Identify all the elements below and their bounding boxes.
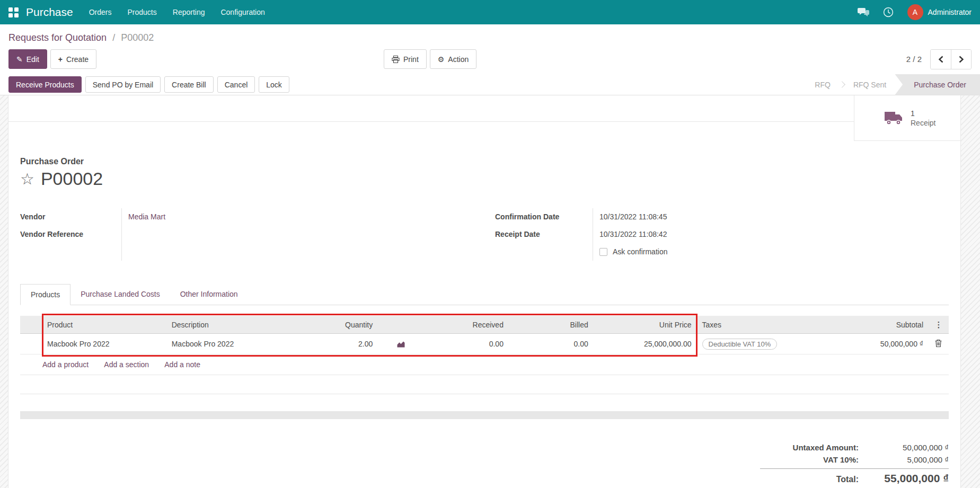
- cell-quantity[interactable]: 2.00: [297, 340, 378, 348]
- document-type-label: Purchase Order: [20, 157, 949, 166]
- confirmation-date-value[interactable]: 10/31/2022 11:08:45: [599, 208, 949, 226]
- button-box: 1 Receipt: [8, 95, 960, 141]
- ask-confirmation-label: Ask confirmation: [613, 243, 667, 261]
- vendor-reference-label: Vendor Reference: [20, 226, 121, 243]
- vendor-value-link[interactable]: Media Mart: [128, 212, 165, 221]
- column-header-description[interactable]: Description: [166, 316, 297, 333]
- receipt-stat-button[interactable]: 1 Receipt: [854, 95, 960, 141]
- gear-icon: ⚙: [438, 55, 445, 64]
- form-statusbar: Receive Products Send PO by Email Create…: [0, 74, 980, 95]
- user-name[interactable]: Administrator: [928, 8, 972, 16]
- cancel-button[interactable]: Cancel: [217, 76, 255, 93]
- create-button[interactable]: +Create: [50, 49, 96, 69]
- breadcrumb-separator: /: [112, 32, 115, 43]
- printer-icon: [392, 56, 400, 63]
- notebook-tabs: Products Purchase Landed Costs Other Inf…: [20, 284, 949, 305]
- pager-count: 2 / 2: [906, 55, 922, 64]
- cell-unit-price[interactable]: 25,000,000.00: [594, 340, 697, 348]
- nav-menu-reporting[interactable]: Reporting: [173, 8, 205, 16]
- column-header-billed[interactable]: Billed: [509, 316, 594, 333]
- send-po-by-email-button[interactable]: Send PO by Email: [85, 76, 161, 93]
- activities-clock-icon[interactable]: [883, 7, 894, 17]
- apps-menu-icon[interactable]: [8, 7, 19, 17]
- receipt-label: Receipt: [911, 118, 935, 128]
- column-header-received[interactable]: Received: [424, 316, 509, 333]
- plus-icon: +: [58, 55, 63, 64]
- handle-column-header: [20, 316, 42, 333]
- cell-received[interactable]: 0.00: [424, 340, 509, 348]
- add-line-row: Add a product Add a section Add a note: [20, 354, 949, 375]
- column-header-forecast: [378, 316, 424, 333]
- cell-product[interactable]: Macbook Pro 2022: [42, 340, 166, 348]
- action-button[interactable]: ⚙Action: [430, 49, 476, 69]
- delete-row-icon[interactable]: [934, 339, 942, 348]
- column-header-taxes[interactable]: Taxes: [697, 316, 827, 333]
- receipt-date-label: Receipt Date: [495, 226, 593, 243]
- optional-columns-icon[interactable]: ⋮: [934, 320, 942, 329]
- vat-label: VAT 10%:: [823, 455, 859, 464]
- section-separator-bar: [20, 411, 949, 419]
- messages-icon[interactable]: [858, 7, 869, 17]
- lock-button[interactable]: Lock: [259, 76, 289, 93]
- status-step-purchase-order[interactable]: Purchase Order: [895, 74, 980, 95]
- top-navbar: Purchase Orders Products Reporting Confi…: [0, 0, 980, 24]
- control-panel: Requests for Quotation / P00002 ✎Edit +C…: [0, 24, 980, 69]
- notebook-bottom-border: [20, 375, 949, 394]
- tab-products[interactable]: Products: [20, 284, 70, 305]
- table-row[interactable]: Macbook Pro 2022 Macbook Pro 2022 2.00 0…: [20, 334, 949, 354]
- page-title: P00002: [41, 168, 103, 189]
- user-avatar[interactable]: A: [907, 4, 923, 20]
- pager-previous-button[interactable]: [931, 50, 951, 69]
- right-field-group: Confirmation Date Receipt Date 10/31/202…: [484, 208, 949, 261]
- status-step-rfq[interactable]: RFQ: [806, 74, 839, 95]
- status-step-rfq-sent[interactable]: RFQ Sent: [845, 74, 895, 95]
- column-header-product[interactable]: Product: [42, 316, 166, 333]
- forecast-chart-icon[interactable]: [396, 340, 405, 348]
- column-header-subtotal[interactable]: Subtotal: [826, 316, 929, 333]
- vendor-label: Vendor: [20, 208, 121, 226]
- edit-button[interactable]: ✎Edit: [8, 49, 47, 69]
- cell-subtotal: 50,000,000 ₫: [826, 340, 929, 348]
- left-field-group: Vendor Vendor Reference Media Mart: [20, 208, 484, 261]
- column-header-unit-price[interactable]: Unit Price: [594, 316, 697, 333]
- add-a-product-link[interactable]: Add a product: [42, 360, 89, 369]
- pencil-icon: ✎: [16, 55, 23, 64]
- create-bill-button[interactable]: Create Bill: [164, 76, 214, 93]
- pager-next-button[interactable]: [951, 50, 971, 69]
- untaxed-amount-value: 50,000,000 ₫: [859, 443, 949, 452]
- app-name[interactable]: Purchase: [26, 6, 73, 19]
- receive-products-button[interactable]: Receive Products: [8, 76, 82, 93]
- cell-description[interactable]: Macbook Pro 2022: [166, 340, 297, 348]
- tax-tag[interactable]: Deductible VAT 10%: [702, 339, 778, 350]
- favorite-star-icon[interactable]: ☆: [20, 171, 34, 187]
- form-view-background: 1 Receipt Purchase Order ☆ P00002 Vendor…: [0, 95, 980, 488]
- nav-menu-products[interactable]: Products: [128, 8, 157, 16]
- ask-confirmation-checkbox[interactable]: [599, 248, 607, 256]
- breadcrumb-current: P00002: [121, 32, 154, 43]
- breadcrumb-parent[interactable]: Requests for Quotation: [8, 32, 107, 43]
- untaxed-amount-label: Untaxed Amount:: [793, 443, 859, 452]
- vat-value: 5,000,000 ₫: [859, 455, 949, 464]
- nav-menu-orders[interactable]: Orders: [89, 8, 112, 16]
- tab-other-information[interactable]: Other Information: [170, 284, 248, 305]
- tab-purchase-landed-costs[interactable]: Purchase Landed Costs: [70, 284, 170, 305]
- nav-menu-configuration[interactable]: Configuration: [220, 8, 264, 16]
- receipt-count: 1: [911, 109, 935, 118]
- total-label: Total:: [836, 475, 859, 484]
- table-header-row: Product Description Quantity Received Bi…: [20, 316, 949, 334]
- confirmation-date-label: Confirmation Date: [495, 208, 593, 226]
- receipt-date-value[interactable]: 10/31/2022 11:08:42: [599, 226, 949, 243]
- truck-icon: [884, 111, 903, 125]
- total-value: 55,000,000 ₫: [859, 472, 949, 485]
- totals-block: Untaxed Amount: 50,000,000 ₫ VAT 10%: 5,…: [760, 441, 949, 486]
- status-steps: RFQ RFQ Sent Purchase Order: [806, 74, 980, 95]
- add-a-note-link[interactable]: Add a note: [164, 360, 200, 369]
- vendor-reference-value[interactable]: [128, 226, 484, 243]
- add-a-section-link[interactable]: Add a section: [104, 360, 149, 369]
- print-button[interactable]: Print: [384, 49, 427, 69]
- order-lines-table: Product Description Quantity Received Bi…: [20, 316, 949, 354]
- form-sheet: 1 Receipt Purchase Order ☆ P00002 Vendor…: [8, 95, 961, 488]
- cell-billed[interactable]: 0.00: [509, 340, 594, 348]
- breadcrumb: Requests for Quotation / P00002: [8, 24, 972, 45]
- column-header-quantity[interactable]: Quantity: [297, 316, 378, 333]
